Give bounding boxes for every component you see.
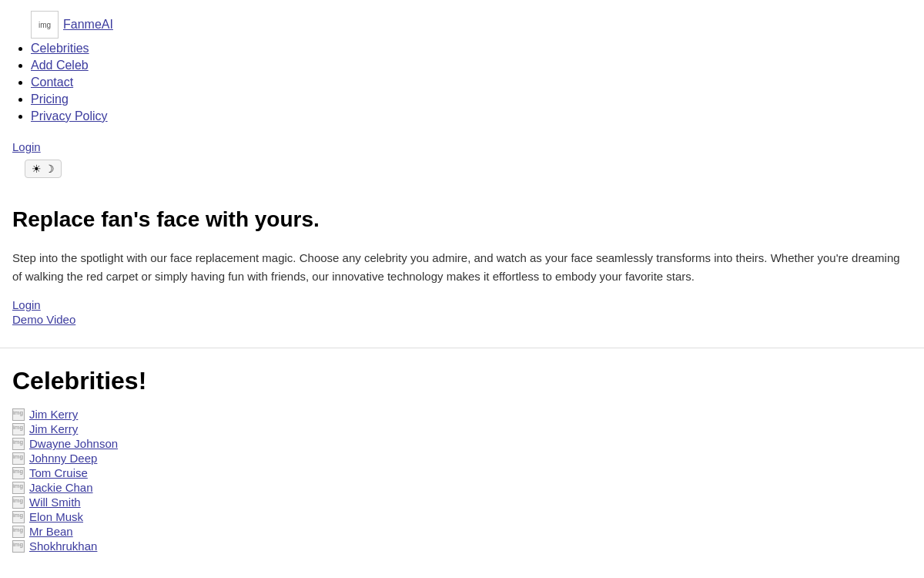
top-login-link[interactable]: Login <box>0 134 924 160</box>
nav-item-pricing[interactable]: Pricing <box>31 92 912 106</box>
nav-link-add-celeb[interactable]: Add Celeb <box>31 59 89 72</box>
nav-link-pricing[interactable]: Pricing <box>31 92 69 106</box>
celeb-image: img <box>12 423 25 435</box>
list-item[interactable]: imgJim Kerry <box>12 408 912 421</box>
moon-icon: ☽ <box>45 163 55 175</box>
list-item[interactable]: imgDwayne Johnson <box>12 437 912 450</box>
nav-item-privacy-policy[interactable]: Privacy Policy <box>31 109 912 123</box>
celebrities-section: Celebrities! imgJim KerryimgJim Kerryimg… <box>0 355 924 565</box>
celeb-link[interactable]: Jim Kerry <box>29 408 78 421</box>
nav-item-contact[interactable]: Contact <box>31 76 912 89</box>
logo-link[interactable]: FanmeAI <box>63 18 113 32</box>
nav-link-contact[interactable]: Contact <box>31 76 73 89</box>
list-item[interactable]: imgMr Bean <box>12 525 912 538</box>
sun-icon: ☀ <box>32 163 42 175</box>
celeb-image: img <box>12 467 25 479</box>
list-item[interactable]: imgWill Smith <box>12 496 912 509</box>
list-item[interactable]: imgJackie Chan <box>12 481 912 494</box>
section-divider <box>0 348 924 348</box>
celebrity-list: imgJim KerryimgJim KerryimgDwayne Johnso… <box>12 408 912 553</box>
celeb-link[interactable]: Elon Musk <box>29 510 83 523</box>
list-item[interactable]: imgTom Cruise <box>12 466 912 479</box>
list-item[interactable]: imgElon Musk <box>12 510 912 523</box>
celeb-link[interactable]: Jackie Chan <box>29 481 93 494</box>
hero-section: Replace fan's face with yours. Step into… <box>0 187 924 341</box>
theme-toggle-button[interactable]: ☀ ☽ <box>25 160 62 178</box>
celeb-image: img <box>12 496 25 509</box>
hero-actions: Login Demo Video <box>12 298 912 326</box>
hero-title: Replace fan's face with yours. <box>12 206 912 234</box>
celeb-link[interactable]: Mr Bean <box>29 525 73 538</box>
celeb-image: img <box>12 438 25 450</box>
celeb-link[interactable]: Dwayne Johnson <box>29 437 118 450</box>
celebrities-title: Celebrities! <box>12 367 912 395</box>
nav-link-privacy-policy[interactable]: Privacy Policy <box>31 109 108 123</box>
list-item[interactable]: imgJim Kerry <box>12 422 912 435</box>
celeb-image: img <box>12 452 25 465</box>
hero-demo-link[interactable]: Demo Video <box>12 313 912 326</box>
nav-link-celebrities[interactable]: Celebrities <box>31 42 89 55</box>
nav-item-celebrities[interactable]: Celebrities <box>31 42 912 55</box>
celeb-link[interactable]: Will Smith <box>29 496 81 509</box>
celeb-link[interactable]: Shokhrukhan <box>29 539 97 553</box>
celeb-image: img <box>12 540 25 553</box>
celeb-image: img <box>12 482 25 494</box>
main-nav: img FanmeAI Celebrities Add Celeb Contac… <box>0 0 924 134</box>
celeb-link[interactable]: Johnny Deep <box>29 452 97 465</box>
celeb-link[interactable]: Tom Cruise <box>29 466 88 479</box>
hero-login-link[interactable]: Login <box>12 298 912 311</box>
celeb-link[interactable]: Jim Kerry <box>29 422 78 435</box>
hero-description: Step into the spotlight with our face re… <box>12 249 912 286</box>
logo-image: img <box>31 11 59 39</box>
list-item[interactable]: imgShokhrukhan <box>12 539 912 553</box>
list-item[interactable]: imgJohnny Deep <box>12 452 912 465</box>
celeb-image: img <box>12 408 25 421</box>
nav-item-add-celeb[interactable]: Add Celeb <box>31 59 912 72</box>
celeb-image: img <box>12 511 25 523</box>
celeb-image: img <box>12 526 25 538</box>
